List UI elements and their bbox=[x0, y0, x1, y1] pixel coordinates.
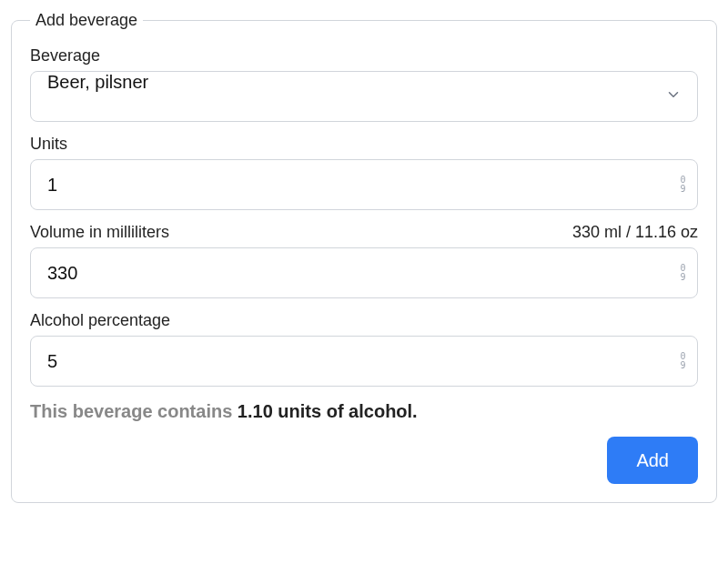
volume-label: Volume in milliliters bbox=[30, 223, 169, 242]
units-input[interactable] bbox=[30, 159, 698, 210]
add-button[interactable]: Add bbox=[607, 437, 698, 484]
volume-field: Volume in milliliters 330 ml / 11.16 oz … bbox=[30, 223, 698, 298]
summary-prefix: This beverage contains bbox=[30, 401, 238, 421]
alcohol-input[interactable] bbox=[30, 336, 698, 387]
add-beverage-fieldset: Add beverage Beverage Beer, pilsner Unit… bbox=[11, 11, 717, 503]
beverage-value: Beer, pilsner bbox=[47, 72, 148, 92]
alcohol-units-summary: This beverage contains 1.10 units of alc… bbox=[30, 401, 698, 422]
form-actions: Add bbox=[30, 437, 698, 484]
beverage-label: Beverage bbox=[30, 46, 100, 65]
volume-hint: 330 ml / 11.16 oz bbox=[572, 223, 698, 242]
units-field: Units 0 9 bbox=[30, 135, 698, 210]
volume-input[interactable] bbox=[30, 247, 698, 298]
fieldset-legend: Add beverage bbox=[30, 11, 143, 30]
beverage-field: Beverage Beer, pilsner bbox=[30, 46, 698, 122]
alcohol-field: Alcohol percentage 0 9 bbox=[30, 311, 698, 387]
beverage-select[interactable]: Beer, pilsner bbox=[30, 71, 698, 122]
units-label: Units bbox=[30, 135, 67, 154]
summary-value: 1.10 units of alcohol. bbox=[238, 401, 418, 421]
alcohol-label: Alcohol percentage bbox=[30, 311, 170, 330]
